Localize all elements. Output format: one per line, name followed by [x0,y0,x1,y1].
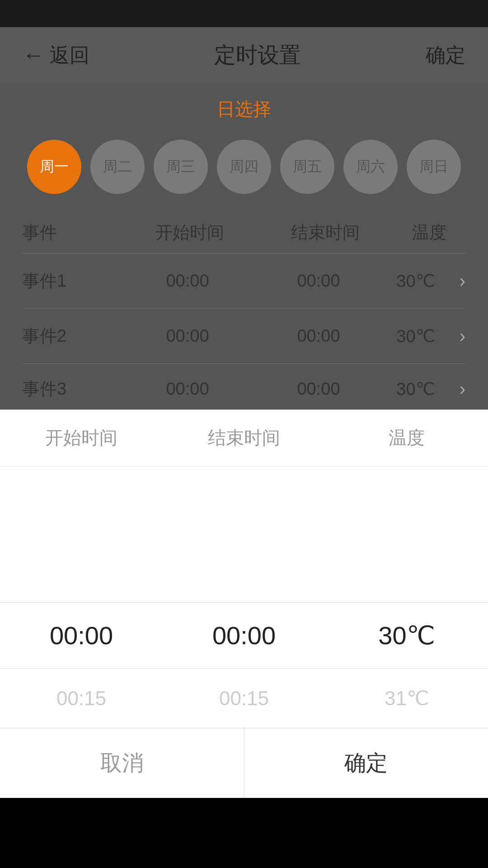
event-start-1: 00:00 [122,271,253,291]
event-end-2: 00:00 [253,326,384,346]
overlay-section: ← 返回 定时设置 确定 日选择 周一 周二 周三 周四 周五 周六 周日 事件… [0,27,488,410]
col-header-temp: 温度 [393,221,465,244]
event-name-1: 事件1 [23,269,122,292]
chevron-right-icon: › [447,379,465,399]
day-btn-sunday[interactable]: 周日 [407,140,461,194]
picker-next-start: 00:15 [0,669,163,728]
picker-tabs: 开始时间 结束时间 温度 [0,410,488,467]
picker-next-temp: 31℃ [325,669,488,728]
day-btn-tuesday[interactable]: 周二 [90,140,145,194]
day-btn-monday[interactable]: 周一 [27,140,81,194]
col-header-end: 结束时间 [258,221,393,244]
header: ← 返回 定时设置 确定 [0,27,488,83]
table-row[interactable]: 事件3 00:00 00:00 30℃ › [23,364,465,410]
day-btn-friday[interactable]: 周五 [280,140,334,194]
event-name-2: 事件2 [23,325,122,348]
bottom-actions: 取消 确定 [0,728,488,798]
table-row[interactable]: 事件1 00:00 00:00 30℃ › [23,254,465,309]
event-start-2: 00:00 [122,326,253,346]
day-btn-wednesday[interactable]: 周三 [154,140,208,194]
event-name-3: 事件3 [23,377,122,401]
day-selection-title: 日选择 [23,97,465,122]
page-title: 定时设置 [214,41,301,70]
chevron-right-icon: › [447,326,465,346]
chevron-right-icon: › [447,271,465,291]
cancel-button[interactable]: 取消 [0,728,244,798]
day-btn-saturday[interactable]: 周六 [343,140,398,194]
tab-temperature[interactable]: 温度 [325,410,488,466]
picker-selected-end[interactable]: 00:00 [163,603,325,668]
day-buttons-row: 周一 周二 周三 周四 周五 周六 周日 [23,140,465,194]
picker-selected-start[interactable]: 00:00 [0,603,163,668]
event-temp-3: 30℃ [384,379,447,399]
event-end-3: 00:00 [253,379,384,399]
event-end-1: 00:00 [253,271,384,291]
picker-next-row: 00:15 00:15 31℃ [0,669,488,728]
picker-next-end: 00:15 [163,669,325,728]
events-table-header: 事件 开始时间 结束时间 温度 [23,212,465,254]
event-temp-2: 30℃ [384,326,447,346]
event-start-3: 00:00 [122,379,253,399]
confirm-button[interactable]: 确定 [244,728,488,798]
back-button[interactable]: ← 返回 [23,42,89,69]
back-arrow-icon: ← [23,44,44,66]
picker-selected-row: 00:00 00:00 30℃ [0,602,488,669]
header-confirm-button[interactable]: 确定 [426,42,465,69]
event-temp-1: 30℃ [384,271,447,291]
day-selection-section: 日选择 周一 周二 周三 周四 周五 周六 周日 [0,83,488,212]
col-header-event: 事件 [23,221,122,244]
back-label: 返回 [50,42,89,69]
status-bar [0,0,488,27]
col-header-start: 开始时间 [122,221,258,244]
table-row[interactable]: 事件2 00:00 00:00 30℃ › [23,309,465,364]
tab-end-time[interactable]: 结束时间 [163,410,325,466]
events-table: 事件 开始时间 结束时间 温度 事件1 00:00 00:00 30℃ › 事件… [0,212,488,410]
picker-section: 开始时间 结束时间 温度 00:00 00:00 30℃ 00:15 00:15… [0,410,488,798]
day-btn-thursday[interactable]: 周四 [217,140,271,194]
tab-start-time[interactable]: 开始时间 [0,410,163,466]
picker-scroll-area[interactable] [0,467,488,602]
picker-selected-temp[interactable]: 30℃ [325,603,488,668]
